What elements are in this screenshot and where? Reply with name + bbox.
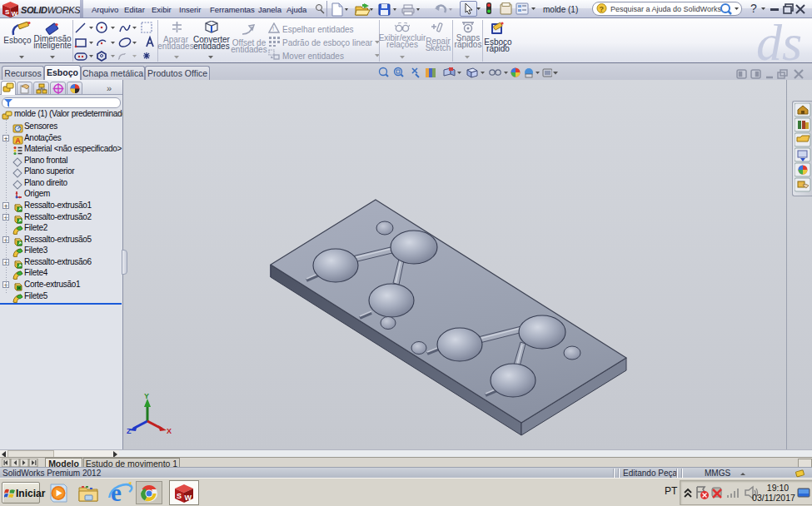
svg-text:S: S: [5, 8, 10, 16]
svg-text:X: X: [167, 427, 172, 434]
svg-text:W: W: [185, 494, 192, 502]
svg-text:S: S: [177, 492, 182, 500]
svg-text:!: !: [272, 25, 274, 32]
svg-text:Z: Z: [127, 427, 132, 434]
svg-text:W: W: [12, 10, 18, 17]
svg-text:Y: Y: [144, 392, 149, 400]
svg-text:?: ?: [600, 5, 605, 13]
